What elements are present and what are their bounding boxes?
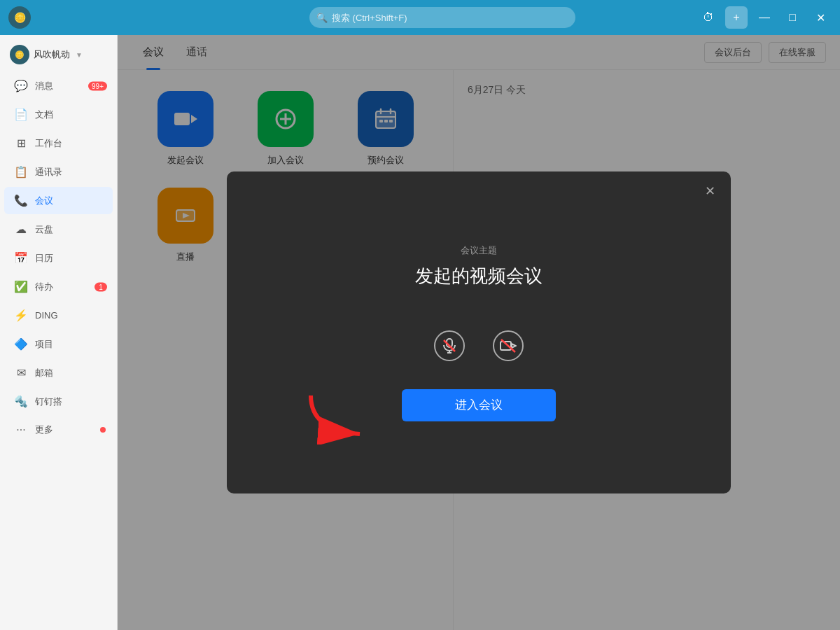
sidebar-item-label: 文档 [35,108,53,121]
sidebar-item-label: 会议 [35,195,53,207]
video-control[interactable] [493,330,524,361]
calendar-icon: 📅 [14,251,28,265]
sidebar-item-label: 云盘 [35,223,53,236]
sidebar-item-todo[interactable]: ✅ 待办 1 [4,273,113,300]
search-box[interactable]: 🔍 [309,7,575,28]
sidebar-item-ding[interactable]: ⚡ DING [4,302,113,329]
contacts-icon: 📋 [14,165,28,178]
cloud-icon: ☁ [14,223,28,236]
projects-icon: 🔷 [14,337,28,351]
documents-icon: 📄 [14,108,28,121]
sidebar-item-documents[interactable]: 📄 文档 [4,101,113,128]
dingtalk-icon: 🔩 [14,395,28,408]
more-icon: ··· [14,424,28,436]
email-icon: ✉ [14,366,28,379]
red-arrow [297,388,381,444]
sidebar-item-label: DING [35,310,58,321]
sidebar-item-more[interactable]: ··· 更多 [4,416,113,443]
search-icon: 🔍 [316,13,328,23]
sidebar-item-label: 钉钉搭 [35,396,62,408]
window-controls: ⏱ + — □ ✕ [697,6,832,29]
todo-badge: 1 [94,282,107,291]
sidebar-item-meetings[interactable]: 📞 会议 [4,187,113,214]
modal: ✕ 会议主题 发起的视频会议 [227,172,731,493]
sidebar-item-messages[interactable]: 💬 消息 99+ [4,72,113,99]
ding-icon: ⚡ [14,309,28,322]
messages-badge: 99+ [88,81,107,90]
profile-avatar: 🪙 [10,45,29,64]
sidebar-item-label: 待办 [35,281,53,293]
sidebar-item-label: 邮箱 [35,367,53,379]
modal-overlay: ✕ 会议主题 发起的视频会议 [118,35,840,630]
sidebar-profile[interactable]: 🪙 风吹帆动 ▼ [0,38,117,71]
sidebar: 🪙 风吹帆动 ▼ 💬 消息 99+ 📄 文档 ⊞ 工作台 📋 通讯录 📞 会议 … [0,35,118,630]
meetings-icon: 📞 [14,194,28,207]
join-meeting-button[interactable]: 进入会议 [402,389,556,421]
microphone-control[interactable] [434,330,465,361]
sidebar-item-workspace[interactable]: ⊞ 工作台 [4,130,113,157]
todo-icon: ✅ [14,280,28,293]
modal-title: 发起的视频会议 [415,264,542,288]
titlebar: 🪙 🔍 ⏱ + — □ ✕ [0,0,840,35]
more-dot-badge [100,427,106,433]
sidebar-item-projects[interactable]: 🔷 项目 [4,330,113,358]
close-button[interactable]: ✕ [809,6,832,29]
sidebar-item-label: 工作台 [35,137,62,150]
sidebar-item-label: 消息 [35,80,53,92]
avatar[interactable]: 🪙 [8,6,31,29]
modal-controls [434,330,524,361]
sidebar-item-label: 日历 [35,252,53,265]
sidebar-item-label: 项目 [35,338,53,351]
sidebar-item-label: 更多 [35,424,53,436]
minimize-button[interactable]: — [753,6,776,29]
main-layout: 🪙 风吹帆动 ▼ 💬 消息 99+ 📄 文档 ⊞ 工作台 📋 通讯录 📞 会议 … [0,35,840,630]
sidebar-item-contacts[interactable]: 📋 通讯录 [4,158,113,186]
modal-close-button[interactable]: ✕ [700,181,720,201]
maximize-button[interactable]: □ [781,6,804,29]
profile-name: 风吹帆动 [34,48,70,61]
messages-icon: 💬 [14,79,28,92]
modal-subtitle: 会议主题 [461,244,497,257]
sidebar-item-dingtalk[interactable]: 🔩 钉钉搭 [4,388,113,415]
content-area: 会议 通话 会议后台 在线客服 [118,35,840,630]
svg-marker-25 [512,344,516,348]
workspace-icon: ⊞ [14,136,28,150]
add-button[interactable]: + [725,6,748,29]
sidebar-item-email[interactable]: ✉ 邮箱 [4,359,113,386]
profile-chevron-icon: ▼ [76,51,83,59]
search-input[interactable] [309,7,575,28]
history-button[interactable]: ⏱ [697,6,720,29]
sidebar-item-cloud[interactable]: ☁ 云盘 [4,216,113,243]
sidebar-item-calendar[interactable]: 📅 日历 [4,244,113,272]
sidebar-item-label: 通讯录 [35,166,62,178]
